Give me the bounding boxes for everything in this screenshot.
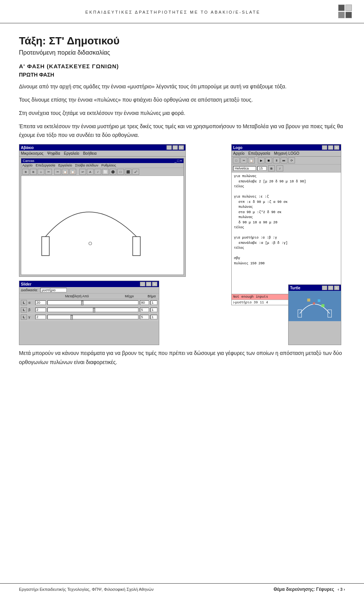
code-line-13: για μυστήριο :α :β :γ: [234, 235, 339, 241]
slider-thumb-1[interactable]: [81, 301, 83, 305]
slider-track-2[interactable]: [47, 308, 138, 312]
menu-ergaleio[interactable]: Εργαλείο: [64, 151, 79, 155]
logo-tb-7[interactable]: ⏭: [281, 157, 287, 163]
slider-row-1: L α 20 80 1: [19, 299, 159, 306]
tb-btn-1[interactable]: B: [22, 169, 29, 175]
slider-thumb-3[interactable]: [71, 315, 73, 320]
tb-btn-7[interactable]: 📋: [69, 169, 76, 175]
canvas-menu-erg[interactable]: Εργαλείο: [58, 163, 72, 167]
logo-font-size[interactable]: 15: [257, 166, 267, 171]
slider-close[interactable]: ×: [152, 282, 157, 286]
footer-left: Εργαστήρι Εκπαιδευτικής Τεχνολογίας, ΦΠΨ…: [19, 587, 154, 592]
logo-title: Logo: [233, 146, 242, 150]
logo-input-text[interactable]: μυστήριο 39 11 4: [235, 301, 268, 305]
slider-letter-3[interactable]: L: [21, 314, 27, 320]
logo-italic[interactable]: I: [276, 165, 283, 171]
slider-step-1[interactable]: 1: [151, 300, 157, 305]
tb-btn-4[interactable]: ✂: [45, 169, 52, 175]
slider-letter-1[interactable]: L: [21, 300, 27, 305]
canvas-menu-epex[interactable]: Επεξεργασία: [36, 163, 55, 167]
logo-bold[interactable]: B: [268, 165, 275, 171]
logo-code-area[interactable]: για πυλώνας επανάλαβε 2 [μ 20 δ 90 μ 10 …: [232, 173, 341, 294]
tb-btn-3[interactable]: ⌂: [38, 169, 44, 175]
logo-window[interactable]: Logo _ □ × Αρχείο Επεξεργασία Μηχανή LOG…: [231, 144, 341, 305]
logo-tb-3[interactable]: 📋: [248, 157, 255, 163]
code-line-15: τέλος: [234, 246, 339, 251]
logo-close[interactable]: ×: [334, 145, 339, 150]
logo-tb-8[interactable]: ⟳: [288, 157, 295, 163]
canvas-min[interactable]: _: [174, 159, 176, 163]
menu-voitheia[interactable]: Βοήθεια: [83, 151, 97, 155]
tb-btn-9[interactable]: A: [87, 169, 94, 175]
logo-controls: _ □ ×: [322, 145, 339, 150]
para1: Δίνουμε από την αρχή στις ομάδες την ένν…: [19, 82, 345, 91]
logo-minimize[interactable]: _: [322, 145, 327, 150]
slider-to-1[interactable]: 80: [140, 300, 149, 305]
tb-btn-14[interactable]: ⬛: [125, 169, 132, 175]
header-title: ΕΚΠΑΙΔΕΥΤΙΚΕΣ ΔΡΑΣΤΗΡΙΟΤΗΤΕΣ ΜΕ ΤΟ ΑΒΑΚΙ…: [8, 10, 338, 14]
page-footer: Εργαστήρι Εκπαιδευτικής Τεχνολογίας, ΦΠΨ…: [0, 583, 364, 595]
tb-btn-12[interactable]: ⚫: [110, 169, 116, 175]
turtle-title: Turtle: [290, 286, 300, 290]
logo-tb-4[interactable]: ▶: [258, 157, 265, 163]
logo-tb-2[interactable]: ✂: [240, 157, 247, 163]
logo-menu-mixani[interactable]: Μηχανή LOGO: [274, 151, 299, 155]
svg-rect-8: [318, 300, 320, 302]
tb-btn-5[interactable]: ✂: [54, 169, 61, 175]
slider-from-3[interactable]: 2: [35, 315, 46, 319]
slider-to-2[interactable]: 5: [140, 308, 149, 312]
abakio-maximize[interactable]: □: [173, 145, 178, 150]
slider-column-headers: Μεταβλητή Από Μέχρι Βήμα: [19, 294, 159, 299]
code-line-7: πυλώνας: [234, 205, 339, 210]
slider-step-3[interactable]: 1: [151, 315, 157, 319]
tb-btn-10[interactable]: /: [94, 169, 101, 175]
turtle-close[interactable]: ×: [334, 286, 339, 290]
canvas-max[interactable]: □: [177, 159, 179, 163]
menu-psifida[interactable]: Ψηφίδα: [47, 151, 60, 155]
tb-btn-2[interactable]: B: [30, 169, 37, 175]
svg-rect-7: [313, 303, 315, 305]
slider-window[interactable]: Slider _ □ × Διαδικασία: μυστήριο Μεταβλ…: [19, 281, 159, 345]
logo-font-row: Helvetica 15 B I: [232, 165, 341, 173]
turtle-min[interactable]: _: [322, 286, 327, 290]
slider-from-2[interactable]: 2: [35, 308, 46, 312]
canvas-menu-arxeio[interactable]: Αρχείο: [22, 163, 33, 167]
slider-from-1[interactable]: 20: [35, 300, 46, 305]
slider-track-1[interactable]: [47, 300, 138, 305]
logo-maximize[interactable]: □: [328, 145, 333, 150]
slider-to-3[interactable]: 5: [140, 315, 149, 319]
menu-mikrokosmos[interactable]: Μικρόκοσμος: [21, 151, 44, 155]
logo-font-name[interactable]: Helvetica: [233, 166, 256, 171]
logo-tb-5[interactable]: ⏹: [265, 157, 272, 163]
abakio-window[interactable]: Αβάκιο _ □ × Μικρόκοσμος Ψηφίδα Εργαλείο…: [19, 144, 186, 277]
phase-a: Α' ΦΑΣΗ (ΚΑΤΑΣΚΕΥΕΣ ΓΩΝΙΩΝ): [19, 63, 345, 69]
tb-btn-6[interactable]: 📋: [62, 169, 69, 175]
tb-btn-13[interactable]: □: [117, 169, 124, 175]
tb-btn-15[interactable]: 🖊: [132, 169, 139, 175]
slider-letter-2[interactable]: L: [21, 307, 27, 312]
svg-rect-1: [133, 237, 140, 256]
logo-menu-epex[interactable]: Επεξεργασία: [248, 151, 270, 155]
logo-menu-arxeio[interactable]: Αρχείο: [233, 151, 245, 155]
code-line-1: για πυλώνας: [234, 174, 339, 179]
slider-min[interactable]: _: [140, 282, 145, 286]
abakio-close[interactable]: ×: [179, 145, 184, 150]
canvas-close[interactable]: ×: [180, 159, 182, 163]
turtle-window[interactable]: Turtle _ □ ×: [288, 284, 341, 345]
slider-name-value[interactable]: μυστήριο: [40, 288, 67, 292]
slider-max[interactable]: □: [146, 282, 151, 286]
canvas-menu-stoiva[interactable]: Στοίβα σελίδων: [75, 163, 98, 167]
canvas-menu-rythmiseis[interactable]: Ρυθμίσεις: [101, 163, 116, 167]
logo-tb-6[interactable]: ⏸: [273, 157, 280, 163]
tb-btn-8[interactable]: ↩: [79, 169, 86, 175]
logo-titlebar: Logo _ □ ×: [232, 144, 341, 151]
canvas-title: Canvas: [23, 159, 35, 163]
turtle-max[interactable]: □: [328, 286, 333, 290]
tb-btn-11[interactable]: ⬜: [102, 169, 109, 175]
logo-menubar: Αρχείο Επεξεργασία Μηχανή LOGO: [232, 151, 341, 157]
slider-thumb-2[interactable]: [93, 308, 95, 312]
logo-tb-1[interactable]: □: [233, 157, 240, 163]
abakio-minimize[interactable]: _: [166, 145, 172, 150]
slider-track-3[interactable]: [47, 315, 138, 319]
slider-step-2[interactable]: 1: [151, 308, 157, 312]
